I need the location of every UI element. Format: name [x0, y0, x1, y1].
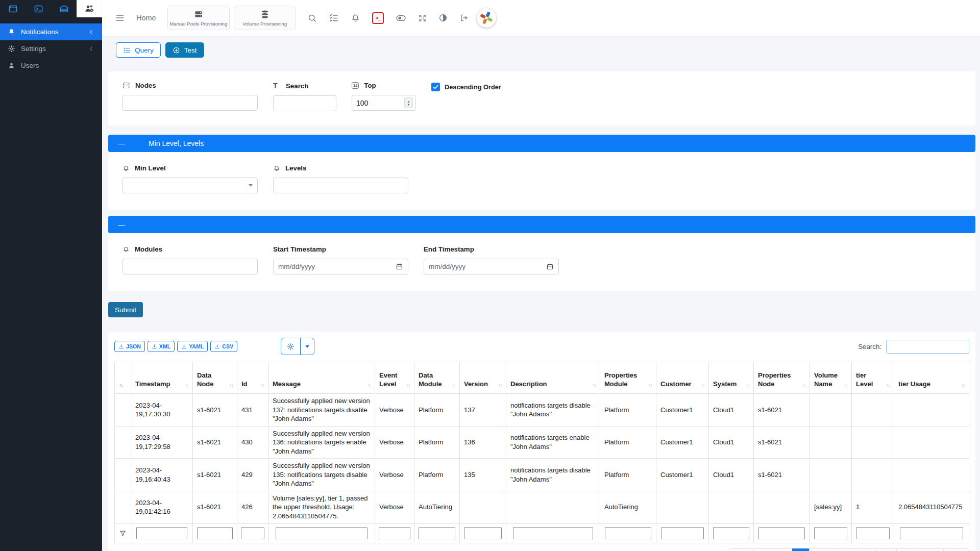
- cell-customer: [656, 491, 709, 523]
- bell-icon[interactable]: [351, 13, 360, 23]
- collapse-icon[interactable]: —: [118, 221, 125, 228]
- terminal-icon[interactable]: >_: [372, 12, 384, 24]
- sidebar-item-notifications[interactable]: Notifications: [0, 23, 102, 40]
- column-label: Timestamp: [135, 380, 170, 389]
- column-header-properties-module[interactable]: Properties Module↑↓: [600, 362, 656, 394]
- sidebar-tab-terminal[interactable]: [26, 0, 51, 17]
- column-header-properties-node[interactable]: Properties Node↑↓: [754, 362, 810, 394]
- search-icon[interactable]: [307, 13, 317, 23]
- column-label: Id: [241, 380, 248, 389]
- page-previous[interactable]: Previous: [753, 548, 793, 551]
- column-header-event-level[interactable]: Event Level↑↓: [375, 362, 414, 394]
- column-header-volume-name[interactable]: Volume Name↑↓: [810, 362, 852, 394]
- cell-description: notifications targets disable "John Adam…: [506, 459, 600, 491]
- filter-input-tier-level[interactable]: [856, 527, 890, 539]
- submit-button[interactable]: Submit: [108, 302, 143, 317]
- sidebar-tab-strip: [0, 0, 102, 17]
- export-yaml-button[interactable]: YAML: [177, 341, 208, 352]
- filter-input-description[interactable]: [513, 527, 594, 539]
- column-header-timestamp[interactable]: Timestamp↑↓: [131, 362, 193, 394]
- filter-input-data-node[interactable]: [197, 527, 233, 539]
- export-csv-button[interactable]: CSV: [210, 341, 237, 352]
- filter-input-system[interactable]: [713, 527, 749, 539]
- column-header-customer[interactable]: Customer↑↓: [656, 362, 709, 394]
- brand-logo[interactable]: [477, 8, 496, 28]
- tab-query[interactable]: Query: [116, 42, 161, 58]
- column-header-sort[interactable]: ↑↓: [115, 362, 131, 394]
- sort-arrows-icon: ↑↓: [961, 381, 965, 389]
- filter-input-event-level[interactable]: [379, 527, 410, 539]
- modules-input[interactable]: [122, 259, 258, 274]
- column-header-tier-level[interactable]: tier Level↑↓: [852, 362, 894, 394]
- nav-home-link[interactable]: Home: [136, 14, 156, 22]
- tasks-icon[interactable]: [329, 13, 339, 23]
- filter-input-data-module[interactable]: [419, 527, 455, 539]
- tab-test[interactable]: Test: [165, 42, 204, 58]
- filter-input-tier-usage[interactable]: [900, 527, 963, 539]
- filter-input-customer[interactable]: [661, 527, 704, 539]
- levels-input[interactable]: [273, 178, 408, 193]
- logout-icon[interactable]: [459, 13, 469, 22]
- calendar-icon[interactable]: [396, 263, 403, 270]
- tab-query-label: Query: [135, 46, 154, 54]
- sidebar-tab-users-gear[interactable]: [77, 0, 102, 17]
- menu-icon[interactable]: [115, 13, 125, 23]
- min-level-select[interactable]: [122, 178, 258, 193]
- export-json-button[interactable]: JSON: [114, 341, 145, 352]
- sidebar-item-users[interactable]: Users: [0, 57, 102, 74]
- column-header-version[interactable]: Version↑↓: [460, 362, 506, 394]
- calendar-icon[interactable]: [546, 263, 554, 270]
- terminal-window-icon: [34, 4, 43, 14]
- page-first[interactable]: First: [727, 548, 754, 551]
- column-label: System: [713, 380, 737, 389]
- cell-version: 136: [460, 426, 506, 459]
- page-last[interactable]: Last: [943, 548, 969, 551]
- contrast-icon[interactable]: [438, 13, 448, 22]
- export-xml-button[interactable]: XML: [148, 341, 175, 352]
- column-header-id[interactable]: Id↑↓: [237, 362, 268, 394]
- app-shortcut-volume[interactable]: Volume Provisioning: [234, 6, 296, 30]
- filter-input-message[interactable]: [276, 527, 368, 539]
- sidebar-tab-warehouse[interactable]: [51, 0, 77, 17]
- page-3[interactable]: 3: [826, 548, 843, 551]
- column-header-description[interactable]: Description↑↓: [506, 362, 600, 394]
- page-next[interactable]: Next: [917, 548, 944, 551]
- filter-input-version[interactable]: [464, 527, 502, 539]
- page-5[interactable]: 5: [860, 548, 877, 551]
- nodes-input[interactable]: [122, 95, 258, 111]
- gear-icon[interactable]: [281, 338, 301, 355]
- top-number-input[interactable]: 100 ▴▾: [352, 95, 416, 111]
- collapse-icon[interactable]: —: [118, 140, 125, 147]
- filter-input-properties-module[interactable]: [605, 527, 651, 539]
- fullscreen-icon[interactable]: [418, 14, 427, 22]
- start-timestamp-input[interactable]: mm/dd/yyyy: [273, 259, 408, 274]
- end-timestamp-input[interactable]: mm/dd/yyyy: [424, 259, 559, 274]
- filter-input-properties-node[interactable]: [758, 527, 805, 539]
- cell-timestamp: 2023-04-19,01:42:16: [131, 491, 193, 523]
- filter-input-volume-name[interactable]: [814, 527, 848, 539]
- cell-id: 429: [237, 459, 268, 491]
- page-2[interactable]: 2: [809, 548, 826, 551]
- column-header-system[interactable]: System↑↓: [709, 362, 754, 394]
- cell-description: [506, 491, 600, 523]
- sidebar-item-settings[interactable]: Settings: [0, 40, 102, 57]
- page-blank[interactable]: …: [876, 548, 896, 551]
- page-1[interactable]: 1: [792, 548, 810, 551]
- page-20[interactable]: 20: [896, 548, 917, 551]
- column-header-data-node[interactable]: Data Node↑↓: [193, 362, 237, 394]
- number-spinner[interactable]: ▴▾: [404, 97, 413, 108]
- page-4[interactable]: 4: [843, 548, 860, 551]
- column-header-tier-usage[interactable]: tier Usage↑↓: [894, 362, 969, 394]
- toggle-icon[interactable]: [396, 13, 406, 23]
- column-header-message[interactable]: Message↑↓: [268, 362, 375, 394]
- column-header-data-module[interactable]: Data Module↑↓: [414, 362, 460, 394]
- app-shortcut-manual-pools[interactable]: Manual Pools Provisioning: [167, 6, 230, 30]
- bell-icon: [8, 28, 15, 36]
- column-settings-caret[interactable]: [301, 338, 314, 355]
- descending-order-checkbox[interactable]: Descending Order: [431, 83, 501, 91]
- filter-input-timestamp[interactable]: [136, 527, 188, 539]
- sidebar-tab-window[interactable]: [0, 0, 26, 17]
- search-field-input[interactable]: [273, 95, 336, 111]
- filter-input-id[interactable]: [241, 527, 265, 539]
- table-search-input[interactable]: [886, 340, 969, 354]
